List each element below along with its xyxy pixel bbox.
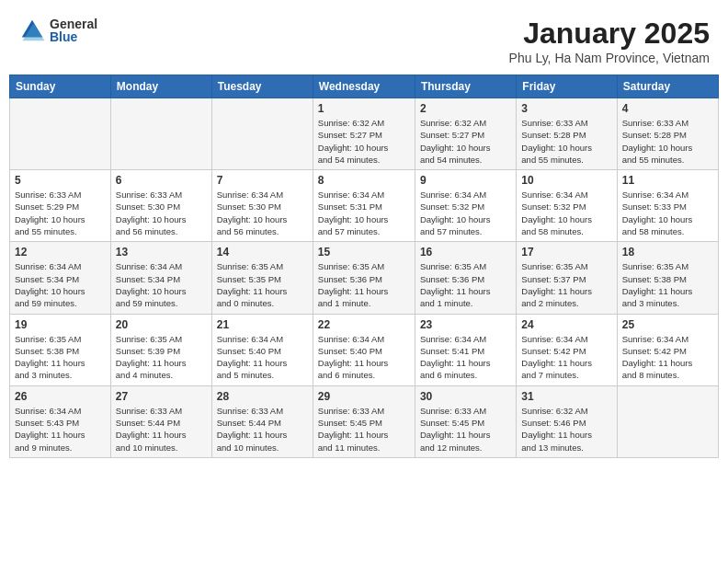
day-number: 2 [420, 102, 511, 115]
calendar-cell: 4Sunrise: 6:33 AM Sunset: 5:28 PM Daylig… [617, 98, 718, 170]
day-info: Sunrise: 6:33 AM Sunset: 5:29 PM Dayligh… [15, 189, 106, 237]
day-number: 6 [116, 174, 207, 187]
day-number: 8 [318, 174, 410, 187]
day-info: Sunrise: 6:32 AM Sunset: 5:46 PM Dayligh… [521, 405, 611, 454]
calendar-cell: 22Sunrise: 6:34 AM Sunset: 5:40 PM Dayli… [313, 314, 415, 385]
day-number: 17 [521, 246, 611, 259]
day-number: 26 [15, 390, 106, 403]
day-info: Sunrise: 6:34 AM Sunset: 5:31 PM Dayligh… [318, 189, 410, 237]
day-number: 16 [420, 246, 511, 259]
page-header: General Blue January 2025 Phu Ly, Ha Nam… [9, 9, 719, 69]
day-info: Sunrise: 6:33 AM Sunset: 5:28 PM Dayligh… [521, 117, 611, 166]
calendar-cell: 8Sunrise: 6:34 AM Sunset: 5:31 PM Daylig… [313, 170, 415, 242]
calendar-cell: 25Sunrise: 6:34 AM Sunset: 5:42 PM Dayli… [617, 314, 718, 385]
day-number: 9 [420, 174, 511, 187]
calendar-cell: 2Sunrise: 6:32 AM Sunset: 5:27 PM Daylig… [415, 98, 516, 170]
day-info: Sunrise: 6:34 AM Sunset: 5:42 PM Dayligh… [521, 333, 611, 382]
logo-blue-text: Blue [50, 30, 97, 43]
calendar-week-row: 12Sunrise: 6:34 AM Sunset: 5:34 PM Dayli… [10, 242, 719, 314]
day-info: Sunrise: 6:34 AM Sunset: 5:40 PM Dayligh… [217, 333, 308, 382]
calendar-subtitle: Phu Ly, Ha Nam Province, Vietnam [509, 51, 710, 65]
day-info: Sunrise: 6:34 AM Sunset: 5:34 PM Dayligh… [15, 260, 106, 309]
calendar-week-row: 1Sunrise: 6:32 AM Sunset: 5:27 PM Daylig… [10, 98, 719, 170]
day-number: 30 [420, 390, 511, 403]
day-info: Sunrise: 6:35 AM Sunset: 5:37 PM Dayligh… [521, 260, 611, 309]
header-wednesday: Wednesday [313, 75, 415, 98]
calendar-title: January 2025 [509, 17, 710, 51]
day-info: Sunrise: 6:33 AM Sunset: 5:44 PM Dayligh… [116, 405, 207, 454]
day-number: 18 [622, 246, 713, 259]
calendar-cell: 15Sunrise: 6:35 AM Sunset: 5:36 PM Dayli… [313, 242, 415, 314]
calendar-cell: 29Sunrise: 6:33 AM Sunset: 5:45 PM Dayli… [313, 385, 415, 457]
header-saturday: Saturday [617, 75, 718, 98]
day-info: Sunrise: 6:34 AM Sunset: 5:34 PM Dayligh… [116, 260, 207, 309]
calendar-cell: 18Sunrise: 6:35 AM Sunset: 5:38 PM Dayli… [617, 242, 718, 314]
calendar-week-row: 5Sunrise: 6:33 AM Sunset: 5:29 PM Daylig… [10, 170, 719, 242]
calendar-cell: 19Sunrise: 6:35 AM Sunset: 5:38 PM Dayli… [10, 314, 111, 385]
day-info: Sunrise: 6:32 AM Sunset: 5:27 PM Dayligh… [318, 117, 410, 166]
day-info: Sunrise: 6:34 AM Sunset: 5:42 PM Dayligh… [622, 333, 713, 382]
day-number: 31 [521, 390, 611, 403]
day-info: Sunrise: 6:35 AM Sunset: 5:38 PM Dayligh… [15, 333, 106, 382]
calendar-header-row: SundayMondayTuesdayWednesdayThursdayFrid… [10, 75, 719, 98]
day-number: 3 [521, 102, 611, 115]
day-number: 20 [116, 318, 207, 331]
calendar-week-row: 26Sunrise: 6:34 AM Sunset: 5:43 PM Dayli… [10, 385, 719, 457]
day-number: 22 [318, 318, 410, 331]
calendar-cell: 3Sunrise: 6:33 AM Sunset: 5:28 PM Daylig… [517, 98, 617, 170]
day-info: Sunrise: 6:34 AM Sunset: 5:41 PM Dayligh… [420, 333, 511, 382]
day-number: 19 [15, 318, 106, 331]
calendar-cell: 12Sunrise: 6:34 AM Sunset: 5:34 PM Dayli… [10, 242, 111, 314]
day-number: 23 [420, 318, 511, 331]
day-info: Sunrise: 6:35 AM Sunset: 5:38 PM Dayligh… [622, 260, 713, 309]
logo-icon [18, 17, 46, 44]
day-info: Sunrise: 6:34 AM Sunset: 5:40 PM Dayligh… [318, 333, 410, 382]
calendar-cell: 20Sunrise: 6:35 AM Sunset: 5:39 PM Dayli… [110, 314, 211, 385]
calendar-cell: 28Sunrise: 6:33 AM Sunset: 5:44 PM Dayli… [211, 385, 313, 457]
day-info: Sunrise: 6:33 AM Sunset: 5:44 PM Dayligh… [217, 405, 308, 454]
calendar-cell [10, 98, 111, 170]
calendar-cell: 30Sunrise: 6:33 AM Sunset: 5:45 PM Dayli… [415, 385, 516, 457]
day-info: Sunrise: 6:33 AM Sunset: 5:28 PM Dayligh… [622, 117, 713, 166]
day-info: Sunrise: 6:35 AM Sunset: 5:39 PM Dayligh… [116, 333, 207, 382]
calendar-cell: 31Sunrise: 6:32 AM Sunset: 5:46 PM Dayli… [517, 385, 617, 457]
day-number: 24 [521, 318, 611, 331]
calendar-cell: 24Sunrise: 6:34 AM Sunset: 5:42 PM Dayli… [517, 314, 617, 385]
calendar-cell: 23Sunrise: 6:34 AM Sunset: 5:41 PM Dayli… [415, 314, 516, 385]
day-number: 11 [622, 174, 713, 187]
day-number: 28 [217, 390, 308, 403]
day-number: 15 [318, 246, 410, 259]
calendar-cell [211, 98, 313, 170]
day-info: Sunrise: 6:33 AM Sunset: 5:30 PM Dayligh… [116, 189, 207, 237]
day-info: Sunrise: 6:34 AM Sunset: 5:32 PM Dayligh… [521, 189, 611, 237]
calendar-cell: 21Sunrise: 6:34 AM Sunset: 5:40 PM Dayli… [211, 314, 313, 385]
day-number: 4 [622, 102, 713, 115]
day-number: 14 [217, 246, 308, 259]
day-number: 1 [318, 102, 410, 115]
day-number: 13 [116, 246, 207, 259]
calendar-cell: 6Sunrise: 6:33 AM Sunset: 5:30 PM Daylig… [110, 170, 211, 242]
logo: General Blue [18, 17, 97, 44]
logo-general-text: General [50, 17, 97, 30]
calendar-cell [110, 98, 211, 170]
header-sunday: Sunday [10, 75, 111, 98]
calendar-cell: 7Sunrise: 6:34 AM Sunset: 5:30 PM Daylig… [211, 170, 313, 242]
header-thursday: Thursday [415, 75, 516, 98]
calendar-cell: 1Sunrise: 6:32 AM Sunset: 5:27 PM Daylig… [313, 98, 415, 170]
day-info: Sunrise: 6:34 AM Sunset: 5:30 PM Dayligh… [217, 189, 308, 237]
day-number: 5 [15, 174, 106, 187]
day-info: Sunrise: 6:35 AM Sunset: 5:36 PM Dayligh… [318, 260, 410, 309]
day-number: 29 [318, 390, 410, 403]
calendar-cell [617, 385, 718, 457]
calendar-cell: 27Sunrise: 6:33 AM Sunset: 5:44 PM Dayli… [110, 385, 211, 457]
title-block: January 2025 Phu Ly, Ha Nam Province, Vi… [509, 17, 710, 65]
calendar-cell: 11Sunrise: 6:34 AM Sunset: 5:33 PM Dayli… [617, 170, 718, 242]
day-info: Sunrise: 6:33 AM Sunset: 5:45 PM Dayligh… [318, 405, 410, 454]
day-number: 21 [217, 318, 308, 331]
calendar-cell: 10Sunrise: 6:34 AM Sunset: 5:32 PM Dayli… [517, 170, 617, 242]
calendar-cell: 16Sunrise: 6:35 AM Sunset: 5:36 PM Dayli… [415, 242, 516, 314]
calendar-cell: 13Sunrise: 6:34 AM Sunset: 5:34 PM Dayli… [110, 242, 211, 314]
day-number: 10 [521, 174, 611, 187]
day-info: Sunrise: 6:33 AM Sunset: 5:45 PM Dayligh… [420, 405, 511, 454]
day-number: 27 [116, 390, 207, 403]
